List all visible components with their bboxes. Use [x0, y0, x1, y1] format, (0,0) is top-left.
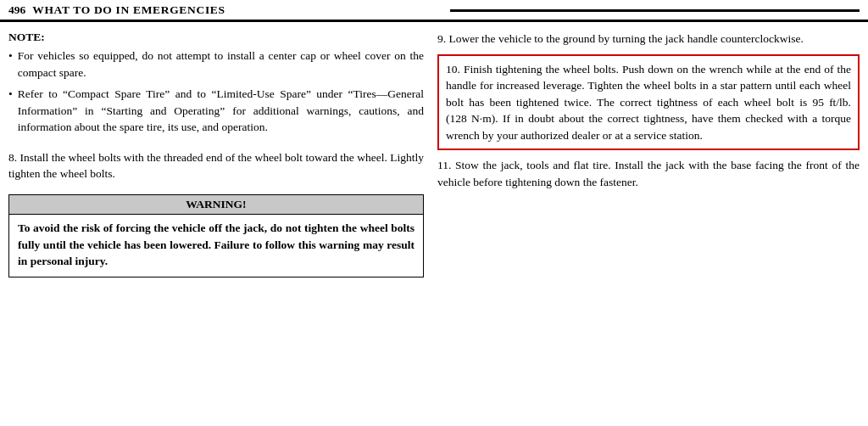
warning-header: WARNING! — [9, 195, 423, 215]
bullet-icon: • — [8, 48, 13, 81]
step-9-text: 9. Lower the vehicle to the ground by tu… — [437, 31, 860, 48]
bullet-text-1: For vehicles so equipped, do not attempt… — [18, 48, 424, 81]
step-11-text: 11. Stow the jack, tools and flat tire. … — [437, 157, 860, 190]
header-rule — [450, 9, 860, 12]
bullet-icon: • — [8, 86, 13, 136]
step-8-text: 8. Install the wheel bolts with the thre… — [8, 149, 424, 182]
page-number: 496 — [8, 3, 25, 17]
bullet-list: • For vehicles so equipped, do not attem… — [8, 48, 424, 136]
warning-body: To avoid the risk of forcing the vehicle… — [9, 215, 423, 277]
note-label: NOTE: — [8, 31, 424, 44]
list-item: • Refer to “Compact Spare Tire” and to “… — [8, 86, 424, 136]
left-column: NOTE: • For vehicles so equipped, do not… — [8, 31, 424, 418]
bullet-text-2: Refer to “Compact Spare Tire” and to “Li… — [18, 86, 424, 136]
content-area: NOTE: • For vehicles so equipped, do not… — [0, 22, 868, 423]
list-item: • For vehicles so equipped, do not attem… — [8, 48, 424, 81]
right-column: 9. Lower the vehicle to the ground by tu… — [437, 31, 860, 418]
page-header: 496 WHAT TO DO IN EMERGENCIES — [0, 0, 868, 22]
warning-box: WARNING! To avoid the risk of forcing th… — [8, 194, 424, 277]
note-section: NOTE: • For vehicles so equipped, do not… — [8, 31, 424, 143]
step-10-highlighted: 10. Finish tightening the wheel bolts. P… — [437, 54, 860, 151]
chapter-title: WHAT TO DO IN EMERGENCIES — [32, 3, 442, 17]
step-10-text: 10. Finish tightening the wheel bolts. P… — [446, 61, 851, 144]
